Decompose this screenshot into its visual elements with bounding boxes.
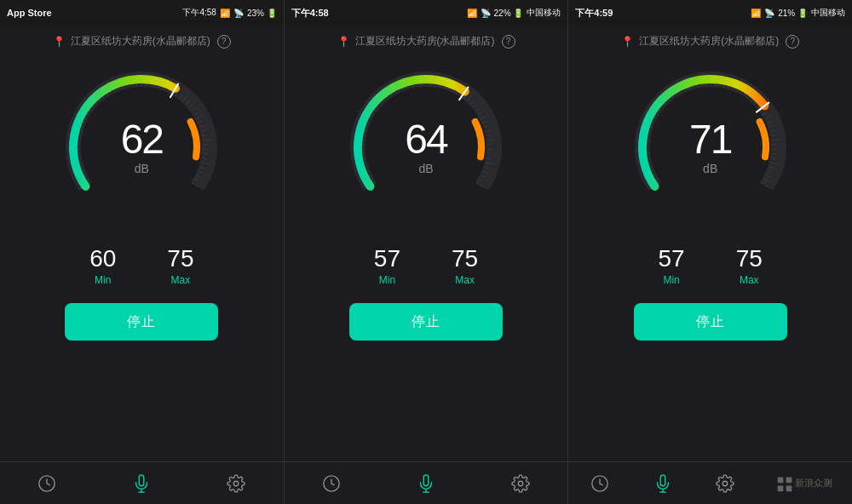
settings-icon-3[interactable] (710, 468, 740, 499)
svg-rect-12 (778, 477, 784, 483)
max-label-2: Max (452, 274, 478, 286)
min-stat-2: 57 Min (374, 245, 400, 286)
status-segment-2: 下午4:58 📶 📡 22% 🔋 中国移动 (285, 0, 568, 26)
phone-screen-3: 📍 江夏区纸坊大药房(水晶郦都店) ? 71 dB 57 Min 75 Max (568, 26, 852, 461)
time-1: 下午4:58 (182, 7, 216, 19)
gauge-center-2: 64 dB (405, 119, 446, 175)
nav-section-3: 新浪众测 (568, 462, 852, 504)
stop-button-1[interactable]: 停止 (65, 303, 218, 341)
status-right-2: 📶 📡 22% 🔋 中国移动 (467, 7, 561, 19)
time-2: 下午4:58 (291, 7, 329, 20)
help-icon-1[interactable]: ? (217, 35, 231, 49)
svg-point-7 (518, 481, 523, 486)
stop-btn-container-2: 停止 (285, 295, 568, 353)
history-icon-1[interactable] (32, 468, 62, 499)
history-icon-3[interactable] (584, 468, 615, 499)
stop-btn-container-1: 停止 (0, 295, 284, 353)
min-label-2: Min (374, 274, 400, 286)
min-max-2: 57 Min 75 Max (285, 237, 568, 295)
location-bar-2: 📍 江夏区纸坊大药房(水晶郦都店) ? (285, 26, 568, 54)
svg-rect-14 (778, 485, 784, 491)
min-label-3: Min (659, 274, 685, 286)
battery-1: 23% 🔋 (247, 9, 277, 18)
signal-icon-1: 📶 (220, 9, 230, 18)
microphone-icon-2[interactable] (411, 468, 441, 499)
stop-button-2[interactable]: 停止 (349, 303, 503, 341)
time-3: 下午4:59 (575, 7, 613, 20)
min-stat-3: 57 Min (659, 245, 685, 286)
carrier-2: 中国移动 (527, 7, 561, 19)
gauge-container-2: 64 dB (285, 54, 568, 237)
watermark-text: 新浪众测 (795, 477, 832, 490)
location-text-2: 江夏区纸坊大药房(水晶郦都店) (355, 34, 495, 49)
status-right-3: 📶 📡 21% 🔋 中国移动 (751, 7, 845, 19)
min-value-1: 60 (89, 245, 116, 272)
gauge-wrapper-1: 62 dB (56, 62, 227, 232)
max-value-2: 75 (452, 245, 478, 272)
carrier-3: 中国移动 (811, 7, 845, 19)
phone-screen-2: 📍 江夏区纸坊大药房(水晶郦都店) ? 64 dB 57 Min 75 Max (285, 26, 569, 461)
main-content: 📍 江夏区纸坊大药房(水晶郦都店) ? 62 dB 60 Min 75 Max (0, 26, 852, 461)
gauge-unit-1: dB (121, 162, 163, 175)
signal-icon-3: 📶 (751, 9, 761, 18)
bottom-nav: 新浪众测 (0, 461, 852, 504)
max-value-1: 75 (167, 245, 193, 272)
location-text-1: 江夏区纸坊大药房(水晶郦都店) (71, 34, 210, 49)
status-segment-1: App Store 下午4:58 📶 📡 23% 🔋 (0, 0, 284, 26)
battery-2: 22% 🔋 (494, 9, 524, 18)
wifi-icon-3: 📡 (764, 9, 774, 18)
gauge-unit-3: dB (689, 162, 731, 175)
nav-section-2 (285, 462, 569, 504)
gauge-unit-2: dB (405, 162, 446, 175)
gauge-value-2: 64 (405, 119, 446, 160)
history-icon-2[interactable] (316, 468, 347, 499)
phone-screen-1: 📍 江夏区纸坊大药房(水晶郦都店) ? 62 dB 60 Min 75 Max (0, 26, 285, 461)
help-icon-2[interactable]: ? (502, 35, 515, 49)
location-icon-2: 📍 (337, 36, 350, 48)
min-max-3: 57 Min 75 Max (568, 237, 852, 295)
min-stat-1: 60 Min (89, 245, 116, 286)
gauge-value-1: 62 (121, 119, 163, 160)
gauge-container-1: 62 dB (0, 54, 284, 237)
svg-point-11 (723, 481, 728, 486)
gauge-wrapper-3: 71 dB (625, 62, 796, 232)
gauge-value-3: 71 (689, 119, 731, 160)
min-label-1: Min (89, 274, 116, 286)
min-value-2: 57 (374, 245, 400, 272)
svg-rect-15 (786, 485, 792, 491)
min-value-3: 57 (659, 245, 685, 272)
settings-icon-2[interactable] (505, 468, 536, 499)
nav-section-1 (0, 462, 285, 504)
status-segment-3: 下午4:59 📶 📡 21% 🔋 中国移动 (568, 0, 852, 26)
app-store-label: App Store (7, 8, 52, 18)
signal-icon-2: 📶 (467, 9, 477, 18)
location-text-3: 江夏区纸坊大药房(水晶郦都店) (639, 34, 779, 49)
stop-button-3[interactable]: 停止 (634, 303, 787, 341)
min-max-1: 60 Min 75 Max (0, 237, 284, 295)
wifi-icon-2: 📡 (481, 9, 491, 18)
gauge-center-1: 62 dB (121, 119, 163, 175)
gauge-center-3: 71 dB (689, 119, 731, 175)
wifi-icon-1: 📡 (233, 9, 244, 18)
svg-point-3 (233, 481, 239, 486)
status-bar: App Store 下午4:58 📶 📡 23% 🔋 下午4:58 📶 📡 22… (0, 0, 852, 26)
battery-3: 21% 🔋 (778, 9, 808, 18)
location-bar-1: 📍 江夏区纸坊大药房(水晶郦都店) ? (0, 26, 284, 54)
max-value-3: 75 (736, 245, 763, 272)
max-stat-1: 75 Max (167, 245, 193, 286)
help-icon-3[interactable]: ? (786, 35, 799, 49)
max-stat-2: 75 Max (452, 245, 478, 286)
watermark-logo: 新浪众测 (773, 468, 836, 499)
stop-btn-container-3: 停止 (568, 295, 852, 353)
max-stat-3: 75 Max (736, 245, 763, 286)
microphone-icon-3[interactable] (648, 468, 678, 499)
svg-rect-13 (786, 477, 792, 483)
location-icon-3: 📍 (621, 36, 634, 48)
location-icon-1: 📍 (53, 36, 66, 48)
settings-icon-1[interactable] (221, 468, 251, 499)
status-right-1: 下午4:58 📶 📡 23% 🔋 (182, 7, 276, 19)
location-bar-3: 📍 江夏区纸坊大药房(水晶郦都店) ? (568, 26, 852, 54)
max-label-3: Max (736, 274, 763, 286)
microphone-icon-1[interactable] (126, 468, 157, 499)
gauge-wrapper-2: 64 dB (341, 62, 511, 232)
